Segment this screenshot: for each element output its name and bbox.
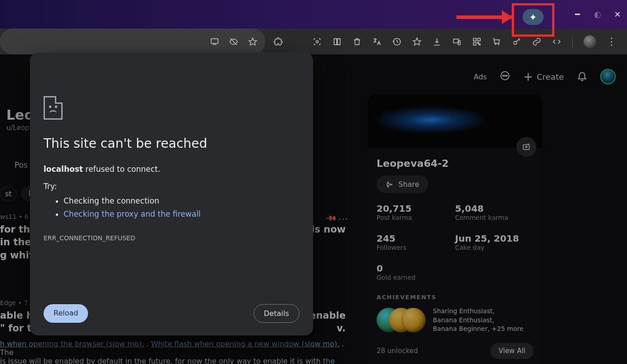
svg-point-3	[316, 40, 318, 43]
address-bar[interactable]	[0, 29, 265, 54]
svg-rect-9	[474, 42, 476, 45]
badge-icon	[401, 308, 426, 332]
achievements-header: ACHIEVEMENTS	[377, 294, 534, 301]
sort-pill-cut[interactable]: st	[0, 186, 17, 201]
maximize-icon[interactable]: ◐	[593, 10, 602, 18]
devices-icon[interactable]	[452, 37, 461, 46]
error-code: ERR_CONNECTION_REFUSED	[44, 234, 299, 242]
error-try-label: Try:	[44, 182, 299, 191]
share-button[interactable]: Share	[377, 175, 428, 193]
svg-rect-0	[211, 39, 218, 44]
star-icon[interactable]	[248, 37, 257, 46]
toolbar-actions: ⋮	[274, 35, 616, 48]
stat-comment-karma: 5,048 Comment karma	[455, 203, 534, 221]
achievements-section: ACHIEVEMENTS Sharing Enthusiast, Banana …	[377, 294, 534, 359]
annotation-highlight	[512, 3, 554, 37]
view-all-button[interactable]: View All	[490, 343, 534, 359]
profile-tab-posts[interactable]: Pos	[15, 160, 28, 170]
create-button[interactable]: +Create	[523, 70, 564, 83]
svg-marker-4	[413, 38, 421, 45]
minimize-icon[interactable]: ━	[573, 10, 582, 18]
sidecard-username: Leopeva64-2	[377, 158, 534, 169]
error-message: localhost refused to connect.	[44, 165, 299, 174]
svg-point-14	[506, 75, 507, 76]
cast-icon[interactable]	[210, 37, 219, 46]
stat-gold: 0 Gold earned	[377, 263, 455, 281]
site-top-actions: Ads +Create	[474, 69, 616, 84]
download-icon[interactable]	[432, 37, 441, 46]
error-dialog: This site can't be reached localhost ref…	[30, 53, 313, 335]
trash-icon[interactable]	[353, 37, 362, 46]
svg-rect-8	[478, 38, 480, 41]
reload-button[interactable]: Reload	[44, 304, 88, 323]
visibility-off-icon[interactable]	[229, 37, 238, 46]
qr-icon[interactable]	[472, 37, 481, 46]
history-icon[interactable]	[392, 37, 402, 46]
chat-icon[interactable]	[500, 70, 510, 83]
profile-banner	[367, 94, 543, 148]
error-suggestion: Checking the connection	[64, 194, 299, 208]
extensions-icon[interactable]	[274, 37, 283, 46]
profile-avatar-icon[interactable]	[583, 35, 596, 48]
error-suggestions: Checking the connection Checking the pro…	[64, 194, 299, 221]
svg-point-10	[514, 41, 517, 44]
error-heading: This site can't be reached	[44, 136, 299, 151]
profile-sidecard: Leopeva64-2 Share 20,715 Post karma 5,04…	[367, 94, 543, 364]
favorite-star-icon[interactable]	[412, 37, 421, 46]
svg-point-16	[525, 146, 527, 147]
notifications-icon[interactable]	[577, 70, 588, 83]
key-icon[interactable]	[512, 37, 521, 46]
svg-rect-15	[523, 145, 529, 150]
capture-icon[interactable]	[313, 37, 322, 46]
proxy-link[interactable]: Checking the proxy and the firewall	[64, 209, 201, 218]
stats-grid: 20,715 Post karma 5,048 Comment karma 24…	[377, 203, 534, 281]
user-avatar[interactable]	[600, 69, 616, 84]
translate-icon[interactable]	[372, 37, 382, 46]
stat-cake-day: Jun 25, 2018 Cake day	[455, 233, 534, 251]
cart-icon[interactable]	[492, 37, 501, 46]
svg-point-12	[503, 75, 504, 76]
svg-marker-2	[249, 38, 257, 45]
post-link[interactable]: h when opening the browser (slow mo).	[0, 340, 144, 348]
code-icon[interactable]	[552, 37, 561, 46]
ads-badge[interactable]: Ads	[474, 73, 487, 81]
achievements-unlocked: 28 unlocked	[377, 347, 418, 355]
close-icon[interactable]: ✕	[613, 10, 622, 18]
sad-page-icon	[44, 96, 63, 120]
post-more-icon[interactable]: ⋯	[338, 213, 349, 224]
details-button[interactable]: Details	[254, 304, 299, 323]
error-suggestion: Checking the proxy and the firewall	[64, 208, 299, 221]
svg-point-13	[505, 75, 505, 76]
achievement-badges	[377, 308, 426, 332]
stat-post-karma: 20,715 Post karma	[377, 203, 455, 221]
add-banner-icon[interactable]	[516, 137, 536, 157]
link-icon[interactable]	[532, 37, 541, 46]
menu-icon[interactable]: ⋮	[607, 37, 616, 46]
achievements-text: Sharing Enthusiast, Banana Enthusiast, B…	[433, 307, 524, 334]
annotation-arrow	[456, 15, 512, 19]
post-link[interactable]: White flash when opening a new window (s…	[151, 340, 340, 348]
reader-icon[interactable]	[333, 37, 342, 46]
post-body: h when opening the browser (slow mo). . …	[0, 340, 346, 364]
stat-followers: 245 Followers	[377, 233, 455, 251]
svg-rect-7	[474, 38, 476, 41]
post-link[interactable]: the	[323, 357, 335, 364]
